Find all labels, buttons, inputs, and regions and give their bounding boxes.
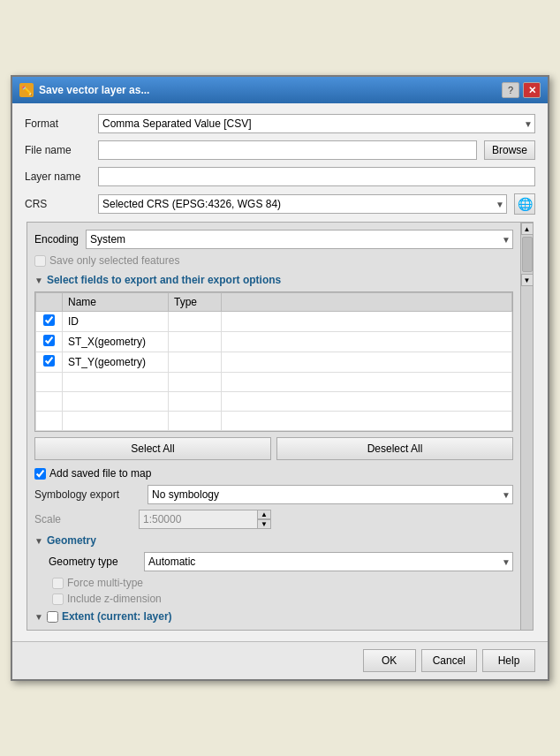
include-z-row: Include z-dimension — [34, 593, 513, 605]
scale-input[interactable] — [139, 510, 271, 529]
scrollbar-track: ▲ ▼ — [520, 223, 533, 630]
scale-spinners: ▲ ▼ — [257, 510, 271, 529]
scrollbar-thumb[interactable] — [522, 237, 533, 272]
fields-table: Name Type ID ST_X(geometry) — [35, 292, 512, 431]
title-bar-left: ✏️ Save vector layer as... — [19, 83, 149, 97]
filename-row: File name Browse — [25, 140, 535, 160]
fields-table-container: Name Type ID ST_X(geometry) — [34, 291, 513, 432]
title-bar: ✏️ Save vector layer as... ? ✕ — [12, 77, 548, 103]
field-type-1 — [169, 332, 222, 352]
dialog-footer: OK Cancel Help — [12, 641, 548, 679]
table-row: ID — [36, 312, 512, 332]
scale-row: Scale ▲ ▼ — [34, 510, 513, 529]
crs-globe-button[interactable]: 🌐 — [514, 193, 535, 215]
force-multi-checkbox[interactable] — [52, 578, 64, 589]
field-name-0: ID — [63, 312, 169, 332]
table-row: ST_X(geometry) — [36, 332, 512, 352]
field-checkbox-0[interactable] — [43, 314, 55, 326]
symbology-select-wrapper: No symbology ▼ — [148, 485, 513, 504]
field-name-2: ST_Y(geometry) — [63, 352, 169, 373]
filename-label: File name — [25, 144, 91, 156]
format-label: Format — [25, 117, 91, 130]
row-checkbox-cell — [36, 312, 63, 332]
scrollbar-down-button[interactable]: ▼ — [521, 274, 534, 286]
col-name: Name — [63, 293, 169, 312]
extent-checkbox[interactable] — [47, 611, 58, 623]
symbology-select[interactable]: No symbology — [148, 485, 513, 504]
scrollbar-up-button[interactable]: ▲ — [521, 223, 534, 235]
fields-collapse-arrow: ▼ — [34, 276, 43, 285]
layername-input[interactable] — [98, 167, 535, 186]
layername-row: Layer name — [25, 167, 535, 186]
encoding-select[interactable]: System — [86, 230, 513, 249]
select-all-button[interactable]: Select All — [34, 437, 271, 460]
scrollable-content: Encoding System ▼ Save only selected fea… — [27, 223, 520, 630]
scale-label: Scale — [34, 513, 132, 525]
select-buttons-row: Select All Deselect All — [34, 437, 513, 460]
force-multi-row: Force multi-type — [34, 577, 513, 589]
fields-section-header[interactable]: ▼ Select fields to export and their expo… — [34, 274, 513, 286]
encoding-label: Encoding — [34, 233, 79, 246]
scale-up-button[interactable]: ▲ — [257, 510, 271, 519]
include-z-label: Include z-dimension — [67, 593, 162, 605]
add-map-label: Add saved file to map — [49, 467, 151, 480]
browse-button[interactable]: Browse — [484, 140, 535, 160]
crs-select-wrapper: Selected CRS (EPSG:4326, WGS 84) ▼ — [98, 194, 507, 214]
help-button[interactable]: Help — [482, 649, 535, 672]
format-select[interactable]: Comma Separated Value [CSV] — [98, 114, 535, 133]
format-select-wrapper: Comma Separated Value [CSV] ▼ — [98, 114, 535, 133]
fields-section-label: Select fields to export and their export… — [47, 274, 281, 286]
geometry-header[interactable]: ▼ Geometry — [34, 534, 513, 547]
force-multi-label: Force multi-type — [67, 577, 143, 589]
geometry-type-select[interactable]: Automatic — [144, 552, 513, 571]
close-button[interactable]: ✕ — [523, 82, 541, 98]
crs-label: CRS — [25, 198, 91, 210]
save-selected-label: Save only selected features — [49, 254, 179, 267]
scrollable-section: Encoding System ▼ Save only selected fea… — [26, 222, 534, 631]
extent-collapse-arrow: ▼ — [34, 612, 43, 622]
table-row-empty — [36, 392, 512, 412]
table-row-empty — [36, 412, 512, 431]
geometry-section: ▼ Geometry Geometry type Automatic ▼ — [34, 534, 513, 605]
filename-input[interactable] — [98, 140, 477, 160]
col-check — [36, 293, 63, 312]
field-extra-1 — [222, 332, 512, 352]
geometry-type-select-wrapper: Automatic ▼ — [144, 552, 513, 571]
deselect-all-button[interactable]: Deselect All — [276, 437, 513, 460]
format-row: Format Comma Separated Value [CSV] ▼ — [25, 114, 535, 133]
layername-label: Layer name — [25, 170, 91, 183]
save-vector-dialog: ✏️ Save vector layer as... ? ✕ Format Co… — [11, 75, 549, 681]
row-checkbox-cell — [36, 332, 63, 352]
row-checkbox-cell — [36, 352, 63, 373]
field-extra-0 — [222, 312, 512, 332]
scale-input-wrapper: ▲ ▼ — [139, 510, 271, 529]
field-type-2 — [169, 352, 222, 373]
cancel-button[interactable]: Cancel — [421, 649, 477, 672]
scale-down-button[interactable]: ▼ — [257, 519, 271, 529]
extent-header[interactable]: ▼ Extent (current: layer) — [34, 610, 513, 623]
save-selected-checkbox[interactable] — [34, 255, 46, 267]
title-bar-buttons: ? ✕ — [502, 82, 541, 98]
dialog-title: Save vector layer as... — [39, 84, 149, 96]
ok-button[interactable]: OK — [363, 649, 416, 672]
crs-select[interactable]: Selected CRS (EPSG:4326, WGS 84) — [98, 194, 507, 214]
col-type: Type — [169, 293, 222, 312]
symbology-row: Symbology export No symbology ▼ — [34, 485, 513, 504]
save-selected-row: Save only selected features — [34, 254, 513, 267]
help-title-button[interactable]: ? — [502, 82, 519, 98]
encoding-row: Encoding System ▼ — [34, 230, 513, 249]
col-extra — [222, 293, 512, 312]
field-extra-2 — [222, 352, 512, 373]
field-name-1: ST_X(geometry) — [63, 332, 169, 352]
dialog-icon: ✏️ — [19, 83, 34, 97]
add-map-checkbox[interactable] — [34, 468, 46, 480]
field-type-0 — [169, 312, 222, 332]
include-z-checkbox[interactable] — [52, 593, 64, 605]
encoding-select-wrapper: System ▼ — [86, 230, 513, 249]
dialog-content: Format Comma Separated Value [CSV] ▼ Fil… — [12, 103, 548, 641]
field-checkbox-2[interactable] — [43, 355, 55, 367]
add-map-row: Add saved file to map — [34, 467, 513, 480]
field-checkbox-1[interactable] — [43, 335, 55, 346]
extent-label: Extent (current: layer) — [62, 610, 172, 623]
crs-row: CRS Selected CRS (EPSG:4326, WGS 84) ▼ 🌐 — [25, 193, 535, 215]
